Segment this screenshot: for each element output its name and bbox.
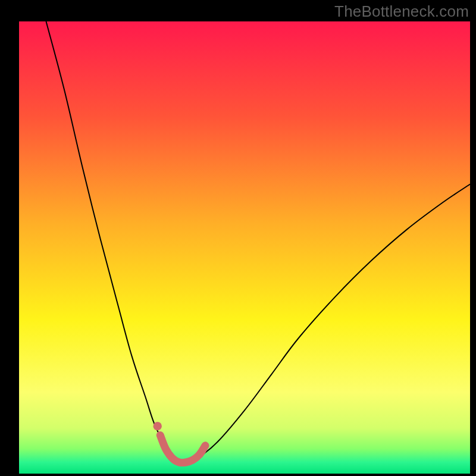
plot-area [19,21,470,474]
highlight-dot [154,422,162,430]
bottleneck-curve [46,21,470,463]
near-optimal-band [160,435,205,462]
chart-frame: TheBottleneck.com [0,0,476,476]
curve-layer [19,21,470,474]
watermark-text: TheBottleneck.com [334,2,469,21]
